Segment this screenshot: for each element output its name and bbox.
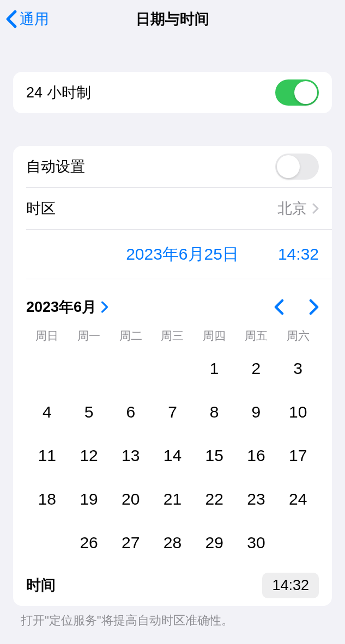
month-label: 2023年6月	[26, 297, 96, 317]
section-clock-format: 24 小时制	[13, 72, 332, 113]
month-nav	[274, 299, 319, 315]
chevron-right-icon	[312, 203, 319, 214]
day-cell[interactable]: 5	[68, 390, 110, 434]
weekday-header: 周日周一周二周三周四周五周六	[26, 326, 319, 347]
row-24hour: 24 小时制	[13, 72, 332, 113]
weekday-label: 周二	[110, 328, 152, 344]
toggle-24hour[interactable]	[275, 79, 319, 106]
day-cell[interactable]: 15	[193, 434, 235, 477]
weekday-label: 周六	[277, 328, 319, 344]
row-auto-set: 自动设置	[13, 146, 332, 187]
timezone-value: 北京	[277, 199, 307, 218]
weekday-label: 周三	[152, 328, 193, 344]
divider	[26, 279, 332, 279]
row-date-time-display: 2023年6月25日 14:32	[13, 230, 332, 279]
day-cell[interactable]: 17	[277, 434, 319, 477]
time-label: 时间	[26, 575, 56, 595]
day-cell-empty	[110, 347, 152, 390]
day-cell-empty	[152, 347, 193, 390]
label-24hour: 24 小时制	[26, 83, 91, 102]
day-cell[interactable]: 6	[110, 390, 152, 434]
weekday-label: 周日	[26, 328, 68, 344]
day-cell[interactable]: 29	[193, 521, 235, 565]
day-cell[interactable]: 2	[235, 347, 277, 390]
day-cell[interactable]: 7	[152, 390, 193, 434]
day-cell[interactable]: 8	[193, 390, 235, 434]
time-display[interactable]: 14:32	[278, 245, 319, 263]
day-cell[interactable]: 3	[277, 347, 319, 390]
month-header: 2023年6月	[26, 288, 319, 326]
label-timezone: 时区	[26, 199, 56, 218]
day-cell[interactable]: 1	[193, 347, 235, 390]
footer-note: 打开"定位服务"将提高自动时区准确性。	[0, 606, 345, 629]
day-cell[interactable]: 18	[26, 477, 68, 521]
time-picker-value[interactable]: 14:32	[262, 573, 319, 598]
day-cell[interactable]: 20	[110, 477, 152, 521]
row-time-picker: 时间 14:32	[13, 565, 332, 606]
label-auto-set: 自动设置	[26, 157, 85, 176]
day-cell[interactable]: 13	[110, 434, 152, 477]
day-cell[interactable]: 26	[68, 521, 110, 565]
navigation-header: 通用 日期与时间	[0, 0, 345, 38]
day-cell-empty	[68, 347, 110, 390]
day-cell[interactable]: 21	[152, 477, 193, 521]
day-cell[interactable]: 19	[68, 477, 110, 521]
prev-month-button[interactable]	[274, 299, 284, 315]
back-button[interactable]: 通用	[5, 9, 49, 29]
day-cell[interactable]: 28	[152, 521, 193, 565]
day-cell[interactable]: 11	[26, 434, 68, 477]
page-title: 日期与时间	[136, 9, 209, 29]
day-cell-empty	[26, 347, 68, 390]
day-cell[interactable]: 30	[235, 521, 277, 565]
timezone-right: 北京	[277, 199, 319, 218]
day-cell[interactable]: 24	[277, 477, 319, 521]
day-cell[interactable]: 25	[26, 521, 68, 565]
weekday-label: 周一	[68, 328, 110, 344]
day-cell[interactable]: 9	[235, 390, 277, 434]
days-grid: 1234567891011121314151617181920212223242…	[26, 347, 319, 565]
day-cell[interactable]: 10	[277, 390, 319, 434]
day-cell[interactable]: 4	[26, 390, 68, 434]
toggle-auto-set[interactable]	[275, 154, 319, 180]
weekday-label: 周五	[235, 328, 277, 344]
row-timezone[interactable]: 时区 北京	[13, 188, 332, 229]
date-display[interactable]: 2023年6月25日	[126, 243, 239, 266]
day-cell[interactable]: 12	[68, 434, 110, 477]
day-cell[interactable]: 16	[235, 434, 277, 477]
day-cell[interactable]: 23	[235, 477, 277, 521]
day-cell[interactable]: 22	[193, 477, 235, 521]
chevron-left-icon	[5, 10, 17, 28]
calendar: 2023年6月 周日周一周二周三周四周五周六 12345678910111213…	[13, 288, 332, 565]
month-selector[interactable]: 2023年6月	[26, 297, 108, 317]
day-cell[interactable]: 27	[110, 521, 152, 565]
back-label: 通用	[20, 9, 49, 29]
section-datetime: 自动设置 时区 北京 2023年6月25日 14:32 2023年6月	[13, 146, 332, 606]
day-cell[interactable]: 14	[152, 434, 193, 477]
chevron-right-icon	[101, 301, 108, 313]
weekday-label: 周四	[193, 328, 235, 344]
next-month-button[interactable]	[309, 299, 319, 315]
